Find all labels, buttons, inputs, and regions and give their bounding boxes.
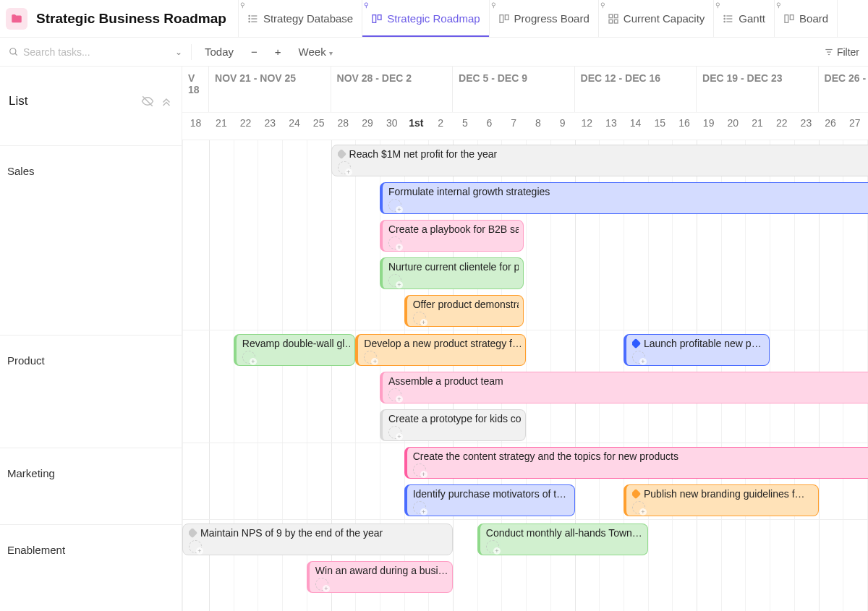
day-header: 12: [574, 113, 599, 140]
status-diamond-icon: [632, 489, 641, 499]
svg-rect-13: [614, 20, 618, 23]
group-label: Enablement: [0, 525, 182, 563]
toolbar: ⌄ Today − + Week ▾ Filter: [0, 38, 868, 67]
task-bar[interactable]: Win an award during a busi…: [307, 561, 453, 593]
day-header: 15: [647, 113, 672, 140]
search-input[interactable]: [23, 46, 139, 58]
task-bar[interactable]: Maintain NPS of 9 by the end of the year: [182, 524, 453, 555]
task-bar[interactable]: Nurture current clientele for potential …: [380, 257, 524, 289]
search-box[interactable]: ⌄: [9, 46, 182, 58]
pin-icon: ⚲: [491, 1, 496, 9]
assignee-add-icon[interactable]: [242, 351, 255, 364]
svg-rect-21: [790, 14, 793, 20]
day-header: 14: [624, 113, 648, 140]
assignee-add-icon[interactable]: [338, 161, 351, 174]
svg-rect-8: [500, 14, 503, 22]
zoom-in-button[interactable]: +: [271, 44, 286, 59]
assignee-add-icon[interactable]: [486, 540, 499, 553]
zoom-out-button[interactable]: −: [247, 44, 262, 59]
day-header: 21: [745, 113, 770, 140]
assignee-add-icon[interactable]: [413, 501, 426, 514]
tab-strategic-roadmap[interactable]: ⚲Strategic Roadmap: [362, 0, 489, 37]
task-title: Publish new branding guidelines f…: [644, 488, 805, 500]
task-title: Nurture current clientele for potential …: [388, 261, 519, 273]
day-header: 22: [770, 113, 794, 140]
day-header: 21: [209, 113, 234, 140]
tab-progress-board[interactable]: ⚲Progress Board: [490, 0, 599, 37]
filter-button[interactable]: Filter: [824, 46, 859, 58]
svg-point-19: [724, 21, 725, 22]
tab-strategy-database[interactable]: ⚲Strategy Database: [238, 0, 362, 37]
day-header: 8: [526, 113, 550, 140]
task-bar[interactable]: Conduct monthly all-hands Town…: [477, 524, 648, 555]
sidebar: List SalesProductMarketingEnablement: [0, 67, 182, 611]
group-label: Sales: [0, 146, 182, 184]
day-header: 25: [307, 113, 331, 140]
svg-rect-12: [609, 20, 613, 23]
group-product: Product: [0, 335, 182, 448]
task-bar[interactable]: Offer product demonstration to wholesale…: [404, 295, 524, 327]
task-bar[interactable]: Create a prototype for kids collection: [380, 409, 526, 441]
pin-icon: ⚲: [600, 1, 605, 9]
tab-board[interactable]: ⚲Board: [775, 0, 838, 37]
day-header: 23: [794, 113, 819, 140]
assignee-add-icon[interactable]: [364, 351, 377, 364]
day-header: 26: [818, 113, 843, 140]
assignee-add-icon[interactable]: [632, 501, 645, 514]
week-header: NOV 28 - DEC 2: [331, 67, 454, 112]
svg-rect-20: [785, 14, 788, 22]
tab-current-capacity[interactable]: ⚲Current Capacity: [599, 0, 715, 37]
tab-gantt[interactable]: ⚲Gantt: [714, 0, 775, 37]
assignee-add-icon[interactable]: [315, 578, 328, 591]
task-title: Reach $1M net profit for the year: [349, 148, 498, 160]
status-diamond-icon: [189, 528, 197, 538]
assignee-add-icon[interactable]: [189, 540, 202, 553]
day-header: 6: [477, 113, 502, 140]
week-header: DEC 5 - DEC 9: [453, 67, 575, 112]
assignee-add-icon[interactable]: [413, 463, 426, 477]
task-bar[interactable]: Identify purchase motivators of t…: [404, 484, 575, 516]
hide-icon[interactable]: [141, 95, 154, 108]
group-enablement: Enablement: [0, 524, 182, 611]
task-bar[interactable]: Revamp double-wall gl…: [234, 334, 356, 366]
svg-point-5: [249, 21, 250, 22]
assignee-add-icon[interactable]: [413, 312, 426, 325]
status-diamond-icon: [632, 338, 641, 349]
task-title: Revamp double-wall gl…: [242, 338, 351, 349]
task-title: Create the content strategy and the topi…: [413, 450, 678, 462]
assignee-add-icon[interactable]: [388, 274, 401, 287]
task-bar[interactable]: Create a playbook for B2B sales strategy: [380, 220, 524, 252]
assignee-add-icon[interactable]: [388, 426, 401, 439]
day-header: 9: [550, 113, 575, 140]
task-bar[interactable]: Reach $1M net profit for the year: [331, 145, 868, 176]
assignee-add-icon[interactable]: [388, 199, 401, 212]
task-bar[interactable]: Create the content strategy and the topi…: [404, 447, 868, 479]
task-bar[interactable]: Formulate internal growth strategies: [380, 182, 868, 214]
day-header: 27: [843, 113, 867, 140]
today-button[interactable]: Today: [200, 44, 238, 59]
task-title: Create a playbook for B2B sales strategy: [388, 223, 519, 235]
timeline-day-header: 1821222324252829301st2567891213141516192…: [182, 113, 868, 140]
day-header: 24: [282, 113, 307, 140]
day-header: 13: [599, 113, 624, 140]
assignee-add-icon[interactable]: [388, 236, 401, 249]
week-header: DEC 26 -: [819, 67, 868, 112]
collapse-icon[interactable]: [160, 95, 173, 108]
svg-rect-9: [505, 14, 509, 20]
chevron-down-icon[interactable]: ⌄: [175, 47, 182, 57]
assignee-add-icon[interactable]: [388, 388, 401, 401]
task-bar[interactable]: Publish new branding guidelines f…: [624, 484, 819, 516]
task-bar[interactable]: Assemble a product team: [380, 372, 868, 403]
day-header: 2: [428, 113, 453, 140]
timescale-select[interactable]: Week ▾: [294, 44, 337, 59]
assignee-add-icon[interactable]: [632, 351, 645, 364]
svg-point-17: [724, 15, 725, 16]
page-title: Strategic Business Roadmap: [36, 11, 226, 27]
task-title: Assemble a product team: [388, 375, 503, 387]
task-title: Launch profitable new p…: [644, 338, 762, 349]
pin-icon: ⚲: [240, 1, 245, 9]
pin-icon: ⚲: [776, 1, 781, 9]
task-bar[interactable]: Develop a new product strategy f…: [355, 334, 526, 366]
task-bar[interactable]: Launch profitable new p…: [624, 334, 770, 366]
day-header: 7: [501, 113, 526, 140]
